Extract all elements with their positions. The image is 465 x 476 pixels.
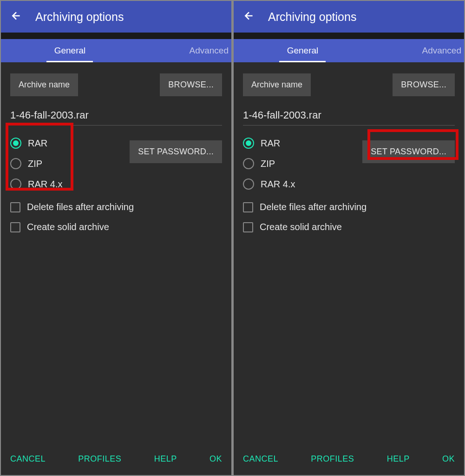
checkbox-label: Create solid archive xyxy=(260,222,342,232)
checkbox-label: Delete files after archiving xyxy=(27,202,134,212)
format-radio-group: RAR ZIP RAR 4.x xyxy=(10,138,62,190)
cancel-button[interactable]: CANCEL xyxy=(10,454,46,464)
options-checkbox-group: Delete files after archiving Create soli… xyxy=(243,202,455,232)
cancel-button[interactable]: CANCEL xyxy=(243,454,278,464)
checkbox-icon xyxy=(243,202,253,212)
checkbox-solid-archive[interactable]: Create solid archive xyxy=(10,222,222,232)
screen-right: Archiving options General Advanced Archi… xyxy=(234,1,464,475)
checkbox-label: Delete files after archiving xyxy=(260,202,367,212)
help-button[interactable]: HELP xyxy=(387,454,410,464)
content-area: Archive name BROWSE... 1-46-fall-2003.ra… xyxy=(234,62,464,454)
tab-advanced[interactable]: Advanced xyxy=(139,39,231,62)
checkbox-delete-after[interactable]: Delete files after archiving xyxy=(243,202,455,212)
content-area: Archive name BROWSE... 1-46-fall-2003.ra… xyxy=(1,62,231,454)
back-arrow-icon[interactable] xyxy=(10,10,22,24)
tab-bar: General Advanced xyxy=(1,39,231,62)
checkbox-solid-archive[interactable]: Create solid archive xyxy=(243,222,455,232)
back-arrow-icon[interactable] xyxy=(243,10,255,24)
checkbox-icon xyxy=(10,222,20,232)
options-checkbox-group: Delete files after archiving Create soli… xyxy=(10,202,222,232)
checkbox-label: Create solid archive xyxy=(27,222,109,232)
page-title: Archiving options xyxy=(268,10,356,24)
checkbox-icon xyxy=(10,202,20,212)
radio-rar4x[interactable]: RAR 4.x xyxy=(243,178,295,190)
radio-icon xyxy=(10,178,21,190)
radio-rar[interactable]: RAR xyxy=(10,138,62,149)
filename-field[interactable]: 1-46-fall-2003.rar xyxy=(10,109,222,126)
titlebar: Archiving options xyxy=(234,1,464,33)
radio-icon xyxy=(10,138,21,149)
archive-name-label[interactable]: Archive name xyxy=(243,73,311,96)
footer-bar: CANCEL PROFILES HELP OK xyxy=(1,454,231,475)
radio-zip[interactable]: ZIP xyxy=(243,158,295,169)
divider-strip xyxy=(234,33,464,39)
browse-button[interactable]: BROWSE... xyxy=(160,73,222,96)
radio-label: RAR 4.x xyxy=(28,179,62,190)
tab-bar: General Advanced xyxy=(234,39,464,62)
radio-label: ZIP xyxy=(28,159,42,169)
format-radio-group: RAR ZIP RAR 4.x xyxy=(243,138,295,190)
ok-button[interactable]: OK xyxy=(442,454,455,464)
radio-icon xyxy=(243,178,254,190)
tab-general[interactable]: General xyxy=(1,39,139,62)
set-password-button[interactable]: SET PASSWORD... xyxy=(130,140,222,163)
radio-rar4x[interactable]: RAR 4.x xyxy=(10,178,62,190)
help-button[interactable]: HELP xyxy=(154,454,177,464)
radio-label: RAR 4.x xyxy=(261,179,295,190)
radio-label: RAR xyxy=(261,138,280,149)
screen-left: Archiving options General Advanced Archi… xyxy=(1,1,231,475)
radio-label: ZIP xyxy=(261,159,275,169)
radio-rar[interactable]: RAR xyxy=(243,138,295,149)
browse-button[interactable]: BROWSE... xyxy=(393,73,455,96)
tab-advanced[interactable]: Advanced xyxy=(372,39,464,62)
radio-icon xyxy=(243,158,254,169)
ok-button[interactable]: OK xyxy=(210,454,222,464)
profiles-button[interactable]: PROFILES xyxy=(311,454,354,464)
set-password-button[interactable]: SET PASSWORD... xyxy=(362,140,455,163)
tab-general[interactable]: General xyxy=(234,39,372,62)
titlebar: Archiving options xyxy=(1,1,231,33)
filename-field[interactable]: 1-46-fall-2003.rar xyxy=(243,109,455,126)
divider-strip xyxy=(1,33,231,39)
radio-label: RAR xyxy=(28,138,47,149)
radio-zip[interactable]: ZIP xyxy=(10,158,62,169)
radio-icon xyxy=(10,158,21,169)
profiles-button[interactable]: PROFILES xyxy=(78,454,121,464)
page-title: Archiving options xyxy=(35,10,124,24)
radio-icon xyxy=(243,138,254,149)
checkbox-delete-after[interactable]: Delete files after archiving xyxy=(10,202,222,212)
footer-bar: CANCEL PROFILES HELP OK xyxy=(234,454,464,475)
checkbox-icon xyxy=(243,222,253,232)
archive-name-label[interactable]: Archive name xyxy=(10,73,78,96)
